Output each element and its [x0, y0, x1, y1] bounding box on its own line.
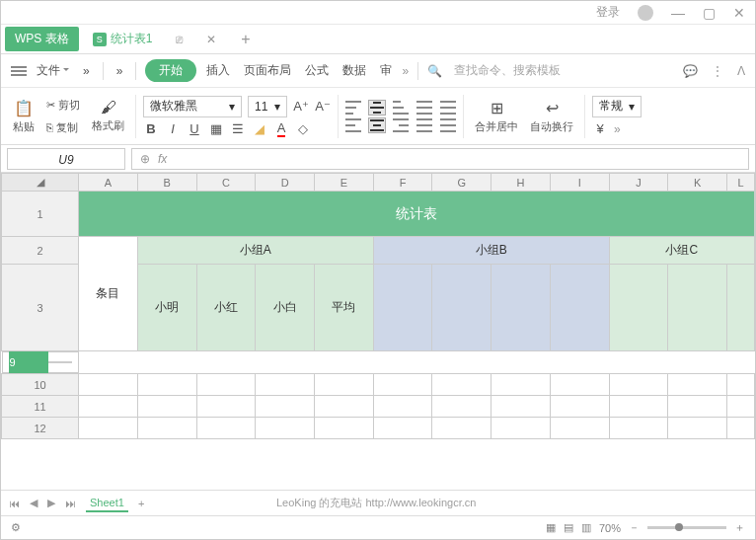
indent-inc-icon[interactable]: [440, 101, 456, 115]
currency-icon[interactable]: ¥: [592, 121, 608, 137]
align-left-icon[interactable]: [345, 118, 361, 132]
row-header[interactable]: 9: [9, 351, 48, 373]
col-header[interactable]: G: [432, 174, 491, 192]
search-input[interactable]: 查找命令、搜索模板: [448, 62, 677, 79]
next-sheet-icon[interactable]: ▶: [47, 497, 55, 509]
copy-button[interactable]: ⎘复制: [42, 118, 84, 137]
avatar-icon[interactable]: [638, 5, 653, 21]
view-normal-icon[interactable]: ▦: [546, 521, 556, 534]
col-header[interactable]: K: [668, 174, 727, 192]
cell-group-a[interactable]: 小组A: [137, 237, 373, 265]
col-header[interactable]: I: [550, 174, 609, 192]
indent-dec-icon[interactable]: [416, 101, 432, 115]
kebab-icon[interactable]: ⋮: [712, 64, 723, 78]
decrease-font-icon[interactable]: A⁻: [315, 99, 331, 115]
cell[interactable]: [550, 265, 609, 351]
cell[interactable]: [432, 265, 491, 351]
file-tab[interactable]: S 统计表1 ⎚ ✕: [83, 25, 227, 53]
zoom-in-button[interactable]: ＋: [734, 520, 745, 535]
cut-button[interactable]: ✂剪切: [42, 96, 84, 115]
menu-insert[interactable]: 插入: [202, 59, 234, 82]
view-break-icon[interactable]: ▥: [581, 521, 591, 534]
size-select[interactable]: 11▾: [248, 96, 287, 117]
menu-more1[interactable]: »: [79, 61, 94, 81]
maximize-button[interactable]: ▢: [703, 5, 716, 21]
cell-group-b[interactable]: 小组B: [373, 237, 609, 265]
add-sheet-button[interactable]: +: [138, 498, 144, 509]
menu-formula[interactable]: 公式: [301, 59, 333, 82]
zoom-out-button[interactable]: －: [629, 520, 640, 535]
cell[interactable]: [668, 265, 727, 351]
cell-style-button[interactable]: ☰: [230, 121, 246, 137]
view-page-icon[interactable]: ▤: [564, 521, 573, 534]
select-all-corner[interactable]: ◢: [2, 174, 79, 192]
col-header[interactable]: F: [373, 174, 432, 192]
chat-icon[interactable]: 💬: [683, 64, 698, 78]
col-header[interactable]: J: [609, 174, 668, 192]
first-sheet-icon[interactable]: ⏮: [9, 498, 20, 509]
col-header[interactable]: L: [727, 174, 755, 192]
clear-format-button[interactable]: ◇: [295, 121, 311, 137]
formula-input[interactable]: ⊕ fx: [131, 148, 749, 170]
align-bottom-icon[interactable]: [393, 101, 409, 115]
menu-file[interactable]: 文件: [33, 59, 73, 82]
add-tab-button[interactable]: +: [226, 31, 265, 48]
fill-color-button[interactable]: ◢: [252, 121, 267, 137]
row-header[interactable]: 10: [2, 374, 79, 396]
close-button[interactable]: ✕: [733, 5, 745, 21]
col-header[interactable]: C: [196, 174, 256, 192]
paste-group[interactable]: 📋 粘贴: [9, 88, 38, 144]
row-header[interactable]: 1: [2, 192, 79, 237]
menu-layout[interactable]: 页面布局: [240, 59, 295, 82]
col-header[interactable]: E: [315, 174, 374, 192]
trace-icon[interactable]: ⊕: [140, 152, 150, 166]
last-sheet-icon[interactable]: ⏭: [65, 498, 76, 509]
cell[interactable]: [373, 265, 432, 351]
cell-reference[interactable]: U9: [7, 148, 125, 170]
underline-button[interactable]: U: [187, 121, 202, 137]
cell[interactable]: [491, 265, 551, 351]
merge-button[interactable]: ⊞合并居中: [471, 88, 522, 144]
font-color-button[interactable]: A: [273, 121, 289, 137]
border-button[interactable]: ▦: [208, 121, 224, 137]
minimize-button[interactable]: ―: [671, 5, 685, 21]
collapse-ribbon-icon[interactable]: ᐱ: [737, 64, 745, 78]
col-header[interactable]: B: [137, 174, 196, 192]
cell[interactable]: 小明: [137, 265, 196, 351]
italic-button[interactable]: I: [165, 121, 181, 137]
zoom-level[interactable]: 70%: [599, 522, 621, 534]
cell-item[interactable]: 条目: [79, 237, 138, 351]
row-header[interactable]: 11: [2, 396, 79, 418]
prev-sheet-icon[interactable]: ◀: [30, 497, 38, 509]
cell[interactable]: 小红: [196, 265, 256, 351]
align-top-icon[interactable]: [345, 101, 361, 115]
cell[interactable]: 平均: [315, 265, 374, 351]
align-center-icon[interactable]: [369, 118, 385, 132]
distribute-icon[interactable]: [440, 118, 456, 132]
hamburger-icon[interactable]: [11, 66, 27, 76]
menu-start[interactable]: 开始: [145, 59, 196, 82]
font-select[interactable]: 微软雅黑▾: [143, 96, 242, 117]
cell[interactable]: [727, 265, 755, 351]
presentation-icon[interactable]: ⎚: [176, 33, 183, 46]
row-header[interactable]: 2: [2, 237, 79, 265]
col-header[interactable]: A: [79, 174, 138, 192]
settings-icon[interactable]: ⚙: [11, 521, 21, 534]
zoom-slider[interactable]: [647, 526, 726, 529]
wrap-button[interactable]: ↩自动换行: [526, 88, 577, 144]
cell-group-c[interactable]: 小组C: [609, 237, 754, 265]
align-right-icon[interactable]: [393, 118, 409, 132]
increase-font-icon[interactable]: A⁺: [293, 99, 309, 115]
close-tab-icon[interactable]: ✕: [206, 33, 216, 46]
sheet-tab[interactable]: Sheet1: [86, 495, 128, 512]
justify-icon[interactable]: [416, 118, 432, 132]
cell[interactable]: 小白: [256, 265, 315, 351]
menu-data[interactable]: 数据: [339, 59, 370, 82]
row-header[interactable]: 12: [2, 418, 79, 439]
title-cell[interactable]: 统计表: [79, 192, 755, 237]
login-link[interactable]: 登录: [596, 4, 620, 21]
row-header[interactable]: 3: [2, 265, 79, 351]
menu-review[interactable]: 审: [376, 59, 396, 82]
col-header[interactable]: H: [491, 174, 551, 192]
menu-more2[interactable]: »: [113, 61, 127, 81]
